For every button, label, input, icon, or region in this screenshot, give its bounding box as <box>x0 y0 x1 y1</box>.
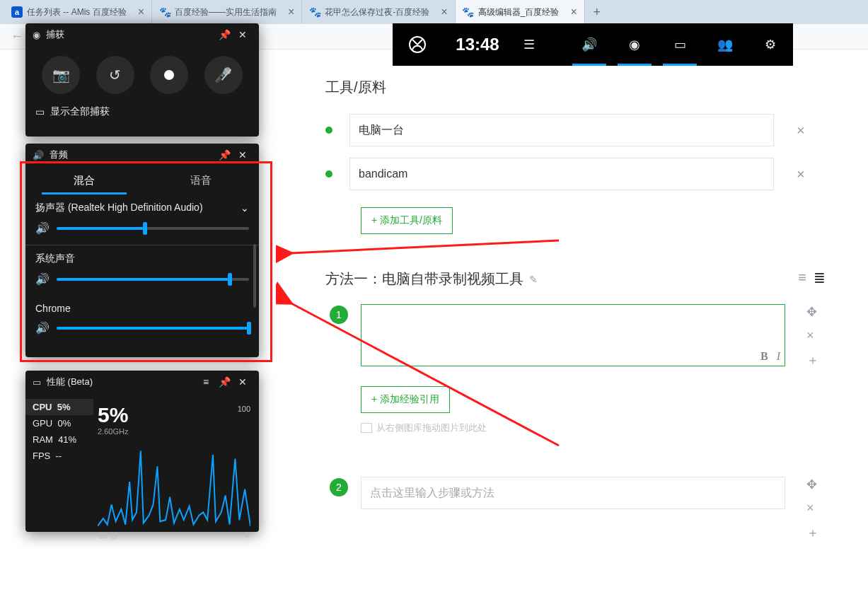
step-block: 2 点击这里输入步骤或方法 ✥ × ＋ <box>325 477 868 509</box>
perf-stats: CPU 5% GPU 0% RAM 41% FPS -- <box>25 399 93 541</box>
italic-button[interactable]: I <box>777 350 780 363</box>
step-placeholder[interactable]: 点击这里输入步骤或方法 <box>361 477 785 509</box>
xbox-logo-icon[interactable] <box>393 23 442 66</box>
widget-title: 音频 <box>50 149 68 161</box>
close-icon[interactable]: ✕ <box>233 376 252 388</box>
browser-tab[interactable]: 🐾百度经验——实用生活指南× <box>152 0 302 24</box>
add-tool-button[interactable]: + 添加工具/原料 <box>361 207 453 234</box>
gamebar-top: 13:48 ☰ 🔊 ◉ ▭ 👥 ⚙ <box>393 23 793 66</box>
settings-icon[interactable]: ≡ <box>197 376 215 388</box>
list-style-toggle[interactable]: ≡ ≣ <box>798 269 826 286</box>
step-number: 1 <box>330 306 348 324</box>
pin-icon[interactable]: 📌 <box>215 376 233 388</box>
favicon: a <box>11 6 23 18</box>
record-button[interactable] <box>150 56 188 94</box>
close-icon[interactable]: × <box>131 6 144 18</box>
system-volume-slider[interactable] <box>57 278 249 281</box>
favicon: 🐾 <box>159 6 170 18</box>
speaker-icon[interactable]: 🔊 <box>35 321 50 335</box>
ram-stat[interactable]: RAM 41% <box>25 431 93 448</box>
step-side-actions: ✥ × ＋ <box>806 304 819 368</box>
perf-ymin: 0 <box>245 530 249 541</box>
tab-title: 任务列表 -- AMis 百度经验 <box>27 6 127 18</box>
mic-toggle-button[interactable]: 🎤̸ <box>204 56 243 94</box>
delete-icon[interactable]: × <box>806 501 819 516</box>
browser-tab[interactable]: 🐾花甲怎么保存过夜-百度经验× <box>302 0 455 24</box>
show-all-label: 显示全部捕获 <box>50 105 110 118</box>
device-volume-slider[interactable] <box>57 227 249 230</box>
performance-widget-icon[interactable]: ▭ <box>657 23 702 66</box>
unordered-list-icon[interactable]: ≣ <box>814 269 826 286</box>
pin-icon[interactable]: 📌 <box>215 149 233 161</box>
new-tab-button[interactable]: + <box>585 0 609 24</box>
scrollbar[interactable] <box>253 244 256 308</box>
tab-voice[interactable]: 语音 <box>142 166 259 194</box>
close-icon[interactable]: ✕ <box>233 29 252 40</box>
delete-row-icon[interactable]: × <box>797 122 805 139</box>
perf-chart: 5% 100 2.60GHz 60 秒 0 <box>93 399 259 541</box>
audio-title-icon: 🔊 <box>33 150 44 161</box>
step-placeholder-text: 点击这里输入步骤或方法 <box>370 486 494 501</box>
tab-title: 花甲怎么保存过夜-百度经验 <box>325 6 429 18</box>
show-all-captures[interactable]: ▭ 显示全部捕获 <box>25 101 259 125</box>
tab-mix[interactable]: 混合 <box>25 166 142 194</box>
move-icon[interactable]: ✥ <box>806 304 819 320</box>
edit-icon[interactable]: ✎ <box>529 274 538 285</box>
chrome-volume-slider[interactable] <box>57 327 249 330</box>
widgets-menu-icon[interactable]: ☰ <box>513 23 545 66</box>
gpu-stat[interactable]: GPU 0% <box>25 415 93 431</box>
tab-title: 高级编辑器_百度经验 <box>478 6 560 18</box>
perf-big-value: 5% <box>98 403 128 427</box>
delete-icon[interactable]: × <box>806 328 819 343</box>
pin-icon[interactable]: 📌 <box>215 29 233 40</box>
screenshot-button[interactable]: 📷 <box>42 56 80 94</box>
capture-widget: ◉ 捕获 📌 ✕ 📷 ↺ 🎤̸ ▭ 显示全部捕获 <box>25 23 259 137</box>
close-icon[interactable]: ✕ <box>233 149 252 161</box>
system-sound-label: 系统声音 <box>25 245 259 265</box>
browser-tab[interactable]: 🐾高级编辑器_百度经验× <box>456 0 585 24</box>
social-widget-icon[interactable]: 👥 <box>702 23 748 66</box>
close-icon[interactable]: × <box>281 6 294 18</box>
ordered-list-icon[interactable]: ≡ <box>798 269 806 286</box>
widget-title: 捕获 <box>46 28 64 41</box>
performance-widget: ▭ 性能 (Beta) ≡ 📌 ✕ CPU 5% GPU 0% RAM 41% … <box>25 371 259 532</box>
perf-ymax: 100 <box>238 405 250 413</box>
image-drop-hint: 从右侧图库拖动图片到此处 <box>361 422 868 434</box>
bold-button[interactable]: B <box>760 350 768 363</box>
cpu-stat[interactable]: CPU 5% <box>25 399 93 415</box>
favicon: 🐾 <box>309 6 320 18</box>
device-name: 扬声器 (Realtek High Definition Audio) <box>35 202 203 214</box>
settings-icon[interactable]: ⚙ <box>748 23 793 66</box>
audio-widget-icon[interactable]: 🔊 <box>567 23 612 66</box>
chrome-sound-label: Chrome <box>25 296 259 314</box>
close-icon[interactable]: × <box>434 6 447 18</box>
xbox-icon <box>409 36 426 53</box>
method-title-text: 方法一：电脑自带录制视频工具 <box>325 269 523 289</box>
output-device-select[interactable]: 扬声器 (Realtek High Definition Audio) ⌄ <box>25 194 259 214</box>
speaker-icon[interactable]: 🔊 <box>35 221 50 235</box>
close-icon[interactable]: × <box>563 6 577 18</box>
perf-title-icon: ▭ <box>33 377 41 388</box>
gallery-icon: ▭ <box>35 106 45 117</box>
move-icon[interactable]: ✥ <box>806 477 819 492</box>
back-button[interactable]: ← <box>7 29 27 44</box>
add-reference-button[interactable]: + 添加经验引用 <box>361 386 450 413</box>
browser-tab-bar: a任务列表 -- AMis 百度经验× 🐾百度经验——实用生活指南× 🐾花甲怎么… <box>0 0 868 24</box>
tool-input[interactable] <box>349 158 774 190</box>
record-last-button[interactable]: ↺ <box>96 56 134 94</box>
tool-input[interactable] <box>349 114 774 146</box>
add-icon[interactable]: ＋ <box>806 524 819 541</box>
add-icon[interactable]: ＋ <box>806 352 819 368</box>
bullet-dot <box>325 127 332 134</box>
speaker-icon[interactable]: 🔊 <box>35 272 50 286</box>
step-editor[interactable]: B I <box>361 304 785 366</box>
chevron-down-icon: ⌄ <box>241 202 249 214</box>
capture-widget-icon[interactable]: ◉ <box>612 23 657 66</box>
audio-widget: 🔊 音频 📌 ✕ 混合 语音 扬声器 (Realtek High Definit… <box>25 144 259 357</box>
delete-row-icon[interactable]: × <box>797 166 805 182</box>
browser-tab[interactable]: a任务列表 -- AMis 百度经验× <box>4 0 152 24</box>
tab-title: 百度经验——实用生活指南 <box>175 6 277 18</box>
inline-format-tools: B I <box>760 350 780 363</box>
image-icon <box>361 423 372 433</box>
fps-stat[interactable]: FPS -- <box>25 448 93 464</box>
